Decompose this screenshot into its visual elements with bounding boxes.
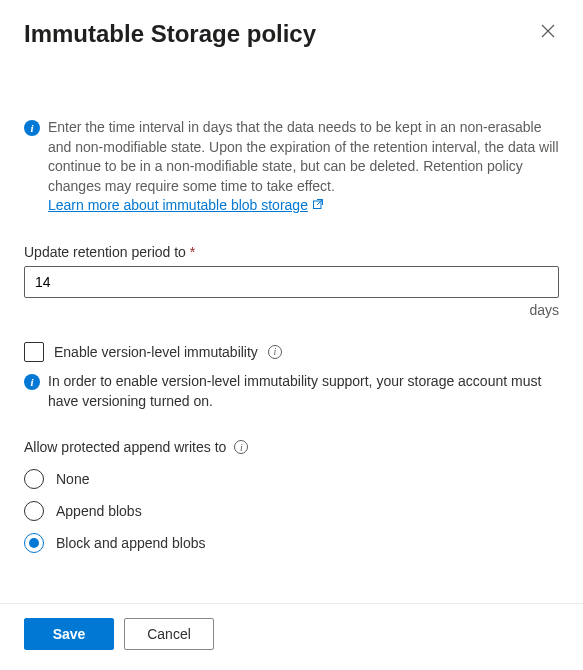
- append-writes-info-icon[interactable]: i: [234, 440, 248, 454]
- radio-option-append-blobs[interactable]: Append blobs: [24, 501, 559, 521]
- retention-unit: days: [24, 302, 559, 318]
- radio-option-none[interactable]: None: [24, 469, 559, 489]
- learn-more-link[interactable]: Learn more about immutable blob storage: [48, 196, 324, 216]
- cancel-button[interactable]: Cancel: [124, 618, 214, 650]
- radio-option-block-and-append[interactable]: Block and append blobs: [24, 533, 559, 553]
- version-level-info-icon[interactable]: i: [268, 345, 282, 359]
- save-button[interactable]: Save: [24, 618, 114, 650]
- retention-label: Update retention period to *: [24, 244, 559, 260]
- close-button[interactable]: [537, 20, 559, 46]
- close-icon: [541, 24, 555, 41]
- append-writes-label: Allow protected append writes to: [24, 439, 226, 455]
- radio-icon: [24, 469, 44, 489]
- version-level-checkbox[interactable]: [24, 342, 44, 362]
- version-level-note: In order to enable version-level immutab…: [48, 372, 559, 411]
- svg-line-3: [317, 200, 323, 206]
- info-icon: i: [24, 374, 40, 390]
- radio-icon: [24, 501, 44, 521]
- info-icon: i: [24, 120, 40, 136]
- radio-label: Append blobs: [56, 503, 142, 519]
- radio-icon: [24, 533, 44, 553]
- radio-label: Block and append blobs: [56, 535, 205, 551]
- dialog-title: Immutable Storage policy: [24, 20, 316, 48]
- version-level-label: Enable version-level immutability: [54, 344, 258, 360]
- radio-label: None: [56, 471, 89, 487]
- info-text: Enter the time interval in days that the…: [48, 118, 559, 216]
- append-writes-radio-group: None Append blobs Block and append blobs: [24, 469, 559, 553]
- external-link-icon: [312, 196, 324, 216]
- retention-input[interactable]: [24, 266, 559, 298]
